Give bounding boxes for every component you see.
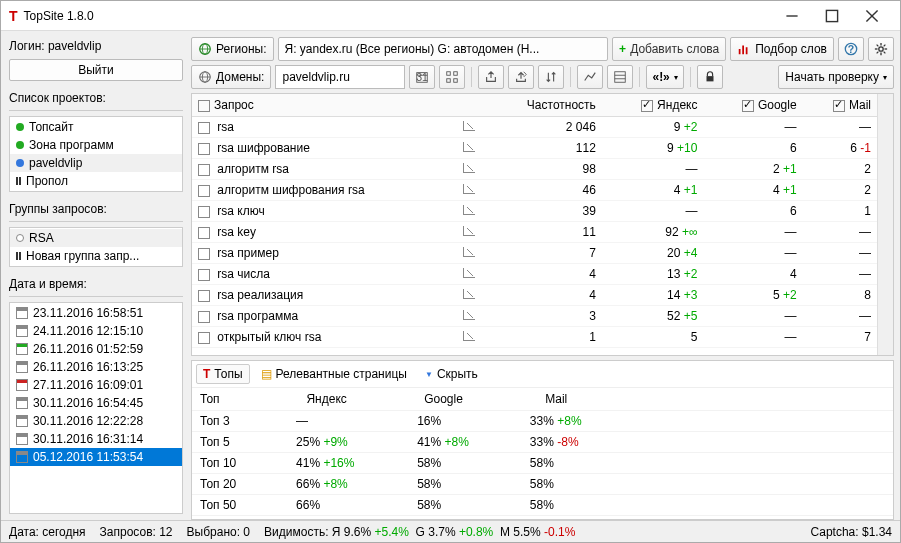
row-checkbox[interactable] <box>198 185 210 197</box>
row-checkbox[interactable] <box>198 164 210 176</box>
globe-icon <box>198 70 212 84</box>
table-row[interactable]: rsa шифрование1129 +1066 -1 <box>192 138 877 159</box>
calendar-icon <box>16 433 28 445</box>
checkbox-all[interactable] <box>198 100 210 112</box>
sidebar-item-date[interactable]: 24.11.2016 12:15:10 <box>10 322 182 340</box>
chart-icon[interactable] <box>463 142 475 152</box>
chart-icon[interactable] <box>463 121 475 131</box>
chart-icon[interactable] <box>463 247 475 257</box>
table-row[interactable]: алгоритм rsa98—2 +12 <box>192 159 877 180</box>
table-row[interactable]: rsa key1192 +∞—— <box>192 222 877 243</box>
row-checkbox[interactable] <box>198 227 210 239</box>
sidebar-item-project[interactable]: paveldvlip <box>10 154 182 172</box>
col-query[interactable]: Запрос <box>192 94 457 117</box>
row-checkbox[interactable] <box>198 290 210 302</box>
table-row[interactable]: rsa числа413 +24— <box>192 264 877 285</box>
table-row[interactable]: rsa2 0469 +2—— <box>192 117 877 138</box>
logout-button[interactable]: Выйти <box>9 59 183 81</box>
tops-row: Топ 525% +9%41% +8%33% -8% <box>192 432 893 453</box>
help-button[interactable]: ? <box>838 37 864 61</box>
table-row[interactable]: rsa программа352 +5—— <box>192 306 877 327</box>
sidebar-item-date[interactable]: 26.11.2016 16:13:25 <box>10 358 182 376</box>
toolbar-regions: Регионы: Я: yandex.ru (Все регионы) G: а… <box>191 37 894 61</box>
chart-icon[interactable] <box>463 310 475 320</box>
grid-button[interactable] <box>439 65 465 89</box>
chart-icon[interactable] <box>463 184 475 194</box>
domains-button[interactable]: Домены: <box>191 65 271 89</box>
row-checkbox[interactable] <box>198 122 210 134</box>
regions-button[interactable]: Регионы: <box>191 37 274 61</box>
lock-button[interactable] <box>697 65 723 89</box>
row-checkbox[interactable] <box>198 332 210 344</box>
close-button[interactable] <box>852 2 892 30</box>
sidebar-item-project[interactable]: Пропол <box>10 172 182 190</box>
chart-icon[interactable] <box>463 163 475 173</box>
tops-col-mail: Mail <box>500 388 613 411</box>
share-button[interactable] <box>508 65 534 89</box>
export-icon <box>484 70 498 84</box>
chart-icon[interactable] <box>463 226 475 236</box>
table-row[interactable]: rsa ключ39—61 <box>192 201 877 222</box>
status-date: Дата: сегодня <box>9 525 86 539</box>
sidebar-item-date[interactable]: 23.11.2016 16:58:51 <box>10 304 182 322</box>
sidebar-item-group[interactable]: Новая группа запр... <box>10 247 182 265</box>
table-row[interactable]: алгоритм шифрования rsa464 +14 +12 <box>192 180 877 201</box>
row-checkbox[interactable] <box>198 269 210 281</box>
col-freq[interactable]: Частотность <box>481 94 601 117</box>
svg-line-18 <box>884 52 886 54</box>
svg-text:31: 31 <box>417 71 429 83</box>
col-mail[interactable]: Mail <box>803 94 877 117</box>
chart-icon[interactable] <box>463 205 475 215</box>
maximize-button[interactable] <box>812 2 852 30</box>
sidebar-item-group[interactable]: RSA <box>10 229 182 247</box>
row-checkbox[interactable] <box>198 311 210 323</box>
sidebar-item-date[interactable]: 27.11.2016 16:09:01 <box>10 376 182 394</box>
row-checkbox[interactable] <box>198 206 210 218</box>
domain-input[interactable] <box>275 65 405 89</box>
col-yandex[interactable]: Яндекс <box>602 94 704 117</box>
queries-table: Запрос Частотность Яндекс Google Mail rs… <box>192 94 877 348</box>
calendar-icon <box>16 397 28 409</box>
bars-icon <box>737 42 751 56</box>
regions-desc[interactable]: Я: yandex.ru (Все регионы) G: автодомен … <box>278 37 609 61</box>
checkbox-mail[interactable] <box>833 100 845 112</box>
checkbox-google[interactable] <box>742 100 754 112</box>
export-button[interactable] <box>478 65 504 89</box>
grid-icon <box>445 70 459 84</box>
scrollbar[interactable] <box>877 94 893 355</box>
checkbox-yandex[interactable] <box>641 100 653 112</box>
sidebar-item-date[interactable]: 30.11.2016 16:54:45 <box>10 394 182 412</box>
pause-icon <box>16 252 18 260</box>
settings-button[interactable] <box>868 37 894 61</box>
sidebar-item-project[interactable]: Топсайт <box>10 118 182 136</box>
pick-words-button[interactable]: Подбор слов <box>730 37 834 61</box>
sidebar-item-project[interactable]: Зона программ <box>10 136 182 154</box>
sidebar-item-date[interactable]: 26.11.2016 01:52:59 <box>10 340 182 358</box>
start-check-button[interactable]: Начать проверку ▾ <box>778 65 894 89</box>
code-button[interactable]: «!»▾ <box>646 65 683 89</box>
chart-button[interactable] <box>577 65 603 89</box>
row-checkbox[interactable] <box>198 143 210 155</box>
sidebar-item-date[interactable]: 30.11.2016 12:22:28 <box>10 412 182 430</box>
gear-icon <box>874 42 888 56</box>
tab-hide[interactable]: ▼Скрыть <box>418 364 485 384</box>
calendar-button[interactable]: 31 <box>409 65 435 89</box>
add-words-button[interactable]: + Добавить слова <box>612 37 726 61</box>
col-google[interactable]: Google <box>703 94 802 117</box>
chart-icon[interactable] <box>463 331 475 341</box>
chart-icon[interactable] <box>463 289 475 299</box>
table-row[interactable]: rsa пример720 +4—— <box>192 243 877 264</box>
sidebar-item-date[interactable]: 30.11.2016 16:31:14 <box>10 430 182 448</box>
tab-relevant[interactable]: ▤Релевантные страницы <box>254 364 414 384</box>
table-row[interactable]: открытый ключ rsa15—7 <box>192 327 877 348</box>
date-value: 26.11.2016 16:13:25 <box>33 360 143 374</box>
table-button[interactable] <box>607 65 633 89</box>
sort-button[interactable] <box>538 65 564 89</box>
tab-tops[interactable]: TТопы <box>196 364 250 384</box>
sidebar-item-date[interactable]: 05.12.2016 11:53:54 <box>10 448 182 466</box>
table-row[interactable]: rsa реализация414 +35 +28 <box>192 285 877 306</box>
minimize-button[interactable] <box>772 2 812 30</box>
row-checkbox[interactable] <box>198 248 210 260</box>
chart-icon[interactable] <box>463 268 475 278</box>
date-value: 30.11.2016 16:54:45 <box>33 396 143 410</box>
